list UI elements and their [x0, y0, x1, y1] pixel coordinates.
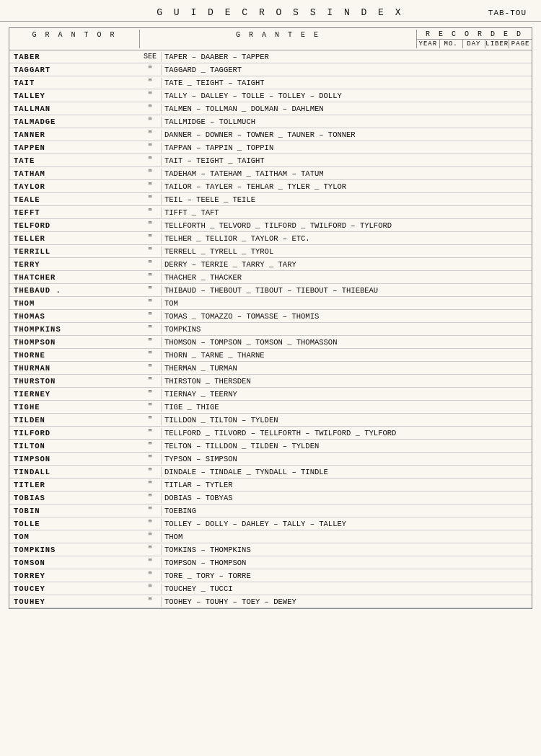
- grantee-cell: TELTON – TILLDON _ TILDEN – TYLDEN: [161, 441, 416, 451]
- grantor-cell: TAGGART: [9, 65, 139, 75]
- grantee-cell: TIERNAY _ TEERNY: [161, 389, 416, 399]
- grantee-cell: TOMKINS – THOMPKINS: [161, 545, 416, 555]
- see-cell: SEE: [139, 53, 161, 61]
- grantee-cell: TELLFORD _ TILVORD – TELLFORTH – TWILFOR…: [161, 428, 416, 438]
- grantor-cell: TOUCEY: [9, 584, 139, 594]
- grantor-cell: TANNER: [9, 130, 139, 140]
- grantee-cell: TATE _ TEIGHT – TAIGHT: [161, 78, 416, 88]
- grantee-cell: TOM: [161, 298, 416, 308]
- grantor-cell: THOMPKINS: [9, 324, 139, 334]
- see-cell: ": [139, 143, 161, 151]
- grantee-cell: TOLLEY – DOLLY – DAHLEY – TALLY – TALLEY: [161, 519, 416, 529]
- grantor-cell: THURSTON: [9, 376, 139, 386]
- grantee-cell: TYPSON – SIMPSON: [161, 454, 416, 464]
- table-row: TIGHE " TIGE _ THIGE: [9, 401, 532, 414]
- table-row: THOMPKINS " TOMPKINS: [9, 323, 532, 336]
- grantee-cell: DERRY – TERRIE _ TARRY _ TARY: [161, 259, 416, 270]
- grantor-cell: TOM: [9, 532, 139, 542]
- page-title: G U I D E C R O S S I N D E X: [72, 7, 488, 18]
- grantor-cell: TILFORD: [9, 428, 139, 438]
- see-cell: ": [139, 221, 161, 229]
- table-row: TILDEN " TILLDON _ TILTON – TYLDEN: [9, 414, 532, 427]
- table-row: TERRILL " TERRELL _ TYRELL _ TYROL: [9, 245, 532, 258]
- see-cell: ": [139, 351, 161, 359]
- see-cell: ": [139, 130, 161, 138]
- table-body: TABER SEE TAPER – DAABER – TAPPER TAGGAR…: [9, 50, 532, 608]
- table-row: TINDALL " DINDALE – TINDALE _ TYNDALL – …: [9, 466, 532, 479]
- see-cell: ": [139, 92, 161, 99]
- day-header: DAY: [463, 40, 486, 48]
- grantor-cell: TATHAM: [9, 169, 139, 179]
- table-row: TALMADGE " TALLMIDGE – TOLLMUCH: [9, 115, 532, 128]
- grantor-cell: TEFFT: [9, 208, 139, 218]
- table-row: TIERNEY " TIERNAY _ TEERNY: [9, 388, 532, 401]
- see-cell: ": [139, 377, 161, 385]
- grantee-cell: THERMAN _ TURMAN: [161, 363, 416, 373]
- grantee-cell: TAPER – DAABER – TAPPER: [161, 52, 416, 62]
- grantor-cell: TAPPEN: [9, 143, 139, 153]
- see-cell: ": [139, 117, 161, 125]
- see-cell: ": [139, 156, 161, 164]
- table-row: TEALE " TEIL – TEELE _ TEILE: [9, 193, 532, 206]
- see-cell: ": [139, 546, 161, 553]
- grantor-header: G R A N T O R: [9, 30, 139, 48]
- grantee-cell: THOM: [161, 532, 416, 542]
- grantor-cell: THOMPSON: [9, 337, 139, 347]
- grantee-cell: TALMEN – TOLLMAN _ DOLMAN – DAHLMEN: [161, 104, 416, 114]
- grantee-cell: TOMAS _ TOMAZZO – TOMASSE – THOMIS: [161, 311, 416, 321]
- see-cell: ": [139, 260, 161, 268]
- see-cell: ": [139, 442, 161, 450]
- table-row: TAPPEN " TAPPAN – TAPPIN _ TOPPIN: [9, 141, 532, 154]
- grantee-cell: THACHER _ THACKER: [161, 272, 416, 283]
- grantor-cell: TORREY: [9, 571, 139, 581]
- table-row: TELFORD " TELLFORTH _ TELVORD _ TILFORD …: [9, 219, 532, 232]
- grantee-cell: TILLDON _ TILTON – TYLDEN: [161, 415, 416, 425]
- see-cell: ": [139, 533, 161, 541]
- see-cell: ": [139, 325, 161, 333]
- see-cell: ": [139, 312, 161, 320]
- mo-header: MO.: [440, 40, 463, 48]
- see-cell: ": [139, 520, 161, 528]
- table-row: TOMSON " TOMPSON – THOMPSON: [9, 556, 532, 569]
- table-row: TOMPKINS " TOMKINS – THOMPKINS: [9, 543, 532, 556]
- grantor-cell: TIERNEY: [9, 389, 139, 399]
- table-row: THURSTON " THIRSTON _ THERSDEN: [9, 375, 532, 388]
- see-cell: ": [139, 247, 161, 255]
- grantee-cell: THORN _ TARNE _ THARNE: [161, 350, 416, 360]
- table-row: TOBIAS " DOBIAS – TOBYAS: [9, 492, 532, 504]
- see-cell: ": [139, 195, 161, 203]
- grantor-cell: THOM: [9, 298, 139, 308]
- grantor-cell: TOMPKINS: [9, 545, 139, 555]
- grantor-cell: TALLEY: [9, 91, 139, 101]
- grantor-cell: THORNE: [9, 350, 139, 360]
- grantor-cell: TEALE: [9, 195, 139, 205]
- table-row: TITLER " TITLAR – TYTLER: [9, 479, 532, 492]
- see-cell: ": [139, 559, 161, 566]
- grantee-cell: TAPPAN – TAPPIN _ TOPPIN: [161, 143, 416, 153]
- liber-header: LIBER: [485, 40, 509, 48]
- see-cell: ": [139, 494, 161, 502]
- grantee-cell: THOMSON – TOMPSON _ TOMSON _ THOMASSON: [161, 337, 416, 347]
- grantee-cell: TALLY – DALLEY – TOLLE – TOLLEY – DOLLY: [161, 91, 416, 101]
- grantor-cell: TOMSON: [9, 558, 139, 568]
- grantee-cell: TOMPSON – THOMPSON: [161, 558, 416, 568]
- table-row: TILTON " TELTON – TILLDON _ TILDEN – TYL…: [9, 440, 532, 453]
- grantee-cell: TIGE _ THIGE: [161, 402, 416, 412]
- grantor-cell: TILTON: [9, 441, 139, 451]
- grantor-cell: TILDEN: [9, 415, 139, 425]
- grantee-cell: TELLFORTH _ TELVORD _ TILFORD _ TWILFORD…: [161, 221, 416, 231]
- table-row: TERRY " DERRY – TERRIE _ TARRY _ TARY: [9, 258, 532, 271]
- see-cell: ": [139, 403, 161, 411]
- table-row: TOLLE " TOLLEY – DOLLY – DAHLEY – TALLY …: [9, 517, 532, 530]
- see-cell: ": [139, 299, 161, 307]
- see-cell: ": [139, 273, 161, 281]
- page-tab: TAB-TOU: [488, 9, 527, 17]
- table-row: THORNE " THORN _ TARNE _ THARNE: [9, 349, 532, 362]
- table-row: TILFORD " TELLFORD _ TILVORD – TELLFORTH…: [9, 427, 532, 440]
- grantee-cell: TAILOR – TAYLER – TEHLAR _ TYLER _ TYLOR: [161, 182, 416, 192]
- table-row: TEFFT " TIFFT _ TAFT: [9, 206, 532, 219]
- grantor-cell: TERRILL: [9, 246, 139, 257]
- grantor-cell: TOLLE: [9, 519, 139, 529]
- table-row: TOM " THOM: [9, 530, 532, 543]
- grantee-cell: DINDALE – TINDALE _ TYNDALL – TINDLE: [161, 467, 416, 477]
